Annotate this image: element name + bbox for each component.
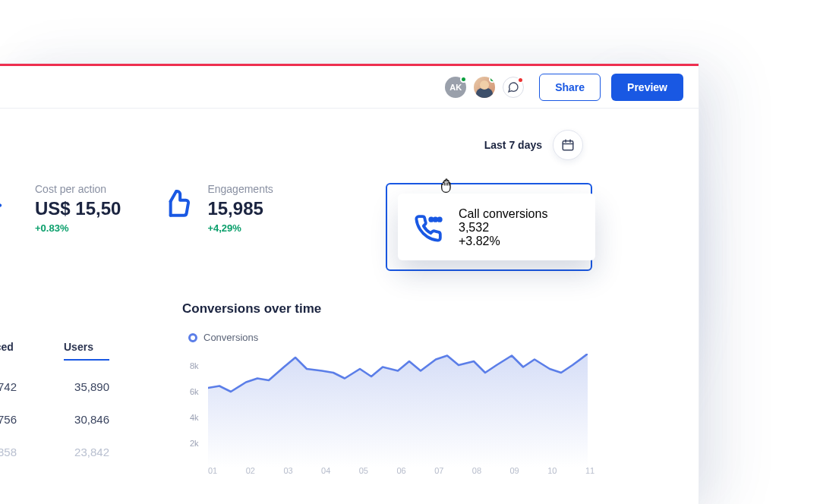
kpi-delta: +3.82% — [459, 235, 547, 248]
kpi-delta: +4,29% — [207, 222, 273, 234]
x-axis-tick: 10 — [547, 466, 548, 475]
grab-cursor-icon — [437, 174, 457, 194]
click-target-icon — [0, 186, 21, 219]
legend-label: Conversions — [203, 332, 258, 343]
kpi-call-conversions-dragging[interactable]: Call conversions 3,532 +3.82% — [398, 194, 595, 260]
cell-users: 30,846 — [64, 413, 109, 426]
legend-marker-icon — [188, 333, 197, 342]
dashboard-window: AK Share Preview Last 7 days — [0, 64, 699, 504]
calendar-icon — [561, 138, 575, 152]
kpi-label: Cost per action — [35, 183, 121, 195]
y-axis-tick: 2k — [190, 439, 199, 448]
share-button[interactable]: Share — [539, 74, 601, 101]
kpi-card-drop-target[interactable]: Call conversions 3,532 +3.82% — [386, 183, 592, 271]
kpi-delta: +0.83% — [35, 222, 121, 234]
presence-dot-online-icon — [460, 76, 467, 83]
cell-users: 35,890 — [64, 380, 109, 393]
cell-bounced: 0,358 — [0, 446, 17, 458]
x-axis-tick: 05 — [359, 466, 360, 475]
svg-rect-0 — [563, 141, 573, 150]
kpi-cost-per-action[interactable]: Cost per action US$ 15,50 +0.83% — [0, 183, 121, 234]
chart-title: Conversions over time — [182, 301, 607, 317]
line-chart-plot — [208, 354, 588, 468]
table-header-bounced[interactable]: ounced — [0, 341, 17, 361]
thumbs-up-icon — [160, 186, 194, 219]
dashboard-content: Last 7 days Cost per actio — [0, 109, 699, 234]
date-range-label: Last 7 days — [484, 139, 542, 151]
x-axis-tick: 04 — [321, 466, 322, 475]
presence-avatars: AK — [445, 77, 524, 98]
y-axis-tick: 4k — [190, 413, 199, 422]
kpi-label: Engagements — [207, 183, 273, 195]
share-button-label: Share — [555, 81, 585, 93]
topbar: AK Share Preview — [0, 66, 699, 109]
x-axis-tick: 02 — [246, 466, 247, 475]
table-row: 4,756 30,846 — [0, 413, 150, 426]
cell-bounced: 9,742 — [0, 380, 17, 393]
calendar-button[interactable] — [553, 130, 583, 160]
phone-call-icon — [412, 212, 445, 245]
y-axis-tick: 6k — [190, 387, 199, 396]
kpi-value: US$ 15,50 — [35, 198, 121, 219]
avatar-user2[interactable] — [474, 77, 495, 98]
kpi-engagements[interactable]: Engagements 15,985 +4,29% — [160, 183, 273, 234]
cell-bounced: 4,756 — [0, 413, 17, 426]
preview-button-label: Preview — [627, 81, 667, 93]
x-axis-tick: 01 — [208, 466, 209, 475]
table-row: 9,742 35,890 — [0, 380, 150, 393]
x-axis-tick: 07 — [434, 466, 435, 475]
svg-point-8 — [438, 218, 440, 220]
x-axis-tick: 03 — [283, 466, 284, 475]
chat-button[interactable] — [503, 77, 524, 98]
x-axis-tick: 08 — [472, 466, 473, 475]
svg-point-7 — [434, 218, 437, 220]
table-header-users[interactable]: Users — [64, 341, 109, 361]
date-range-selector: Last 7 days — [0, 130, 682, 160]
traffic-table: ounced Users 9,742 35,890 4,756 30,846 0… — [0, 341, 150, 458]
preview-button[interactable]: Preview — [611, 74, 683, 101]
x-axis-ticks: 01 02 03 04 05 06 07 08 09 10 11 — [208, 466, 586, 475]
kpi-label: Call conversions — [459, 207, 547, 221]
conversions-chart-section: Conversions over time Conversions 8k 6k … — [182, 301, 607, 475]
y-axis-tick: 8k — [190, 361, 199, 370]
notification-dot-icon — [517, 77, 524, 83]
kpi-value: 15,985 — [207, 198, 273, 219]
x-axis-tick: 06 — [396, 466, 397, 475]
presence-dot-online-icon — [489, 77, 495, 83]
x-axis-tick: 09 — [510, 466, 511, 475]
chart-legend-item[interactable]: Conversions — [182, 327, 607, 348]
avatar-ak[interactable]: AK — [445, 77, 466, 98]
x-axis-tick: 11 — [585, 466, 586, 475]
cell-users: 23,842 — [64, 446, 109, 458]
svg-point-6 — [430, 218, 432, 220]
conversions-chart: 8k 6k 4k 2k 01 02 0 — [191, 354, 586, 475]
avatar-initials-text: AK — [449, 83, 462, 92]
kpi-value: 3,532 — [459, 221, 547, 235]
table-row: 0,358 23,842 — [0, 446, 150, 458]
